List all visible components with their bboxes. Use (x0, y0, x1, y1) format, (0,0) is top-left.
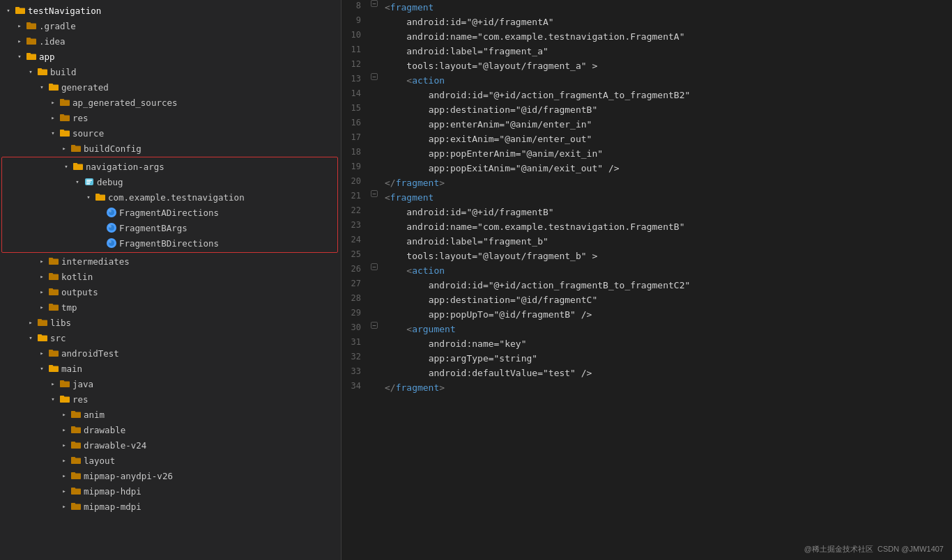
folder-open-icon (59, 394, 70, 405)
code-content: android:id="@+id/action_fragmentA_to_fra… (379, 88, 952, 102)
tree-item-buildConfig[interactable]: ▸ buildConfig (0, 141, 341, 156)
code-line-34: 34</fragment> (341, 380, 952, 395)
tree-item-com.example.testnavigation[interactable]: ▾ com.example.testnavigation (2, 189, 337, 205)
svg-rect-3 (86, 183, 90, 185)
code-content: <action (379, 73, 952, 88)
folder-closed-icon (37, 317, 48, 328)
tree-item-FragmentADirections[interactable]: FragmentADirections (2, 205, 337, 220)
code-content: <action (379, 263, 952, 278)
tree-item-res[interactable]: ▸ res (0, 110, 341, 125)
tree-item-testnavigation[interactable]: ▾ testNavigation (0, 3, 341, 18)
tree-arrow (94, 207, 105, 218)
tree-arrow: ▸ (47, 112, 59, 123)
code-content: app:argType="string" (379, 351, 952, 366)
tree-item-debug[interactable]: ▾ debug (2, 174, 337, 189)
code-line-8: 8<fragment (341, 0, 952, 15)
tree-item-label: .idea (39, 36, 66, 47)
tree-item-kotlin[interactable]: ▸ kotlin (0, 269, 341, 284)
tree-item-mipmap-hdpi[interactable]: ▸ mipmap-hdpi (0, 483, 341, 499)
tree-item-src[interactable]: ▾ src (0, 330, 341, 345)
line-number: 34 (341, 380, 369, 391)
line-number: 30 (341, 322, 369, 332)
tree-arrow: ▾ (72, 176, 83, 187)
folder-closed-icon (70, 409, 82, 420)
code-line-19: 19 app:popExitAnim="@anim/exit_out" /> (341, 161, 952, 176)
tree-item-source[interactable]: ▾ source (0, 125, 341, 141)
tree-item-libs[interactable]: ▸ libs (0, 315, 341, 330)
tree-item-main[interactable]: ▾ main (0, 361, 341, 376)
code-line-12: 12 tools:layout="@layout/fragment_a" > (341, 59, 952, 73)
tree-item-intermediates[interactable]: ▸ intermediates (0, 254, 341, 269)
tree-arrow (94, 238, 105, 249)
tree-item-androidTest[interactable]: ▸ androidTest (0, 345, 341, 361)
tree-item-FragmentBArgs[interactable]: FragmentBArgs (2, 220, 337, 235)
fold-marker[interactable] (371, 73, 378, 80)
tree-arrow (94, 222, 105, 233)
tree-item-label: res (72, 113, 89, 123)
tree-item-label: outputs (61, 287, 98, 297)
code-content: android:defaultValue="test" /> (379, 366, 952, 380)
code-content: android:name="key" (379, 336, 952, 351)
folder-open-icon (48, 363, 59, 374)
tree-item-label: build (50, 67, 77, 77)
tree-item-label: com.example.testnavigation (108, 192, 245, 203)
folder-closed-icon (70, 440, 82, 451)
navigation-args-highlight-box: ▾ navigation-args▾ debug▾ com.example.te… (1, 157, 338, 253)
tree-item-label: layout (84, 456, 115, 466)
tree-item-mipmap-mdpi[interactable]: ▸ mipmap-mdpi (0, 499, 341, 514)
code-content: tools:layout="@layout/fragment_b" > (379, 249, 952, 263)
code-content: app:exitAnim="@anim/enter_out" (379, 132, 952, 146)
code-line-22: 22 android:id="@+id/fragmentB" (341, 205, 952, 219)
tree-item-label: FragmentBDirections (119, 238, 219, 249)
fold-marker[interactable] (371, 190, 378, 197)
tree-item-layout[interactable]: ▸ layout (0, 453, 341, 468)
tree-item-label: .gradle (39, 21, 76, 31)
tree-item-generated[interactable]: ▾ generated (0, 79, 341, 95)
folder-open-icon (15, 5, 26, 16)
code-line-26: 26 <action (341, 263, 952, 278)
line-number: 27 (341, 278, 369, 288)
tree-item-drawable-v24[interactable]: ▸ drawable-v24 (0, 437, 341, 453)
tree-item-tmp[interactable]: ▸ tmp (0, 300, 341, 315)
code-content: android:name="com.example.testnavigation… (379, 219, 952, 234)
code-line-24: 24 android:label="fragment_b" (341, 234, 952, 249)
tree-arrow: ▸ (59, 470, 70, 481)
code-line-23: 23 android:name="com.example.testnavigat… (341, 219, 952, 234)
tree-item-gradle[interactable]: ▸ .gradle (0, 18, 341, 33)
fold-marker[interactable] (371, 0, 378, 7)
line-number: 32 (341, 351, 369, 361)
tree-item-drawable[interactable]: ▸ drawable (0, 422, 341, 437)
tree-item-label: res (72, 394, 89, 405)
tree-item-outputs[interactable]: ▸ outputs (0, 284, 341, 300)
code-content: android:label="fragment_b" (379, 234, 952, 249)
fold-marker[interactable] (371, 263, 378, 270)
tree-item-anim[interactable]: ▸ anim (0, 407, 341, 422)
line-number: 25 (341, 249, 369, 259)
line-number: 18 (341, 146, 369, 157)
folder-open-icon (59, 127, 70, 139)
line-number: 8 (341, 0, 369, 10)
tree-item-app[interactable]: ▾ app (0, 49, 341, 64)
tree-item-label: generated (61, 82, 109, 93)
tree-item-label: androidTest (61, 348, 119, 359)
code-content: </fragment> (379, 176, 952, 190)
fold-marker[interactable] (371, 322, 378, 329)
tree-item-label: buildConfig (84, 143, 141, 154)
tree-item-navigation-args[interactable]: ▾ navigation-args (2, 159, 337, 174)
line-number: 17 (341, 132, 369, 142)
tree-item-build[interactable]: ▾ build (0, 64, 341, 79)
line-number: 11 (341, 44, 369, 54)
tree-item-idea[interactable]: ▸ .idea (0, 33, 341, 49)
tree-item-ap_generated_sources[interactable]: ▸ ap_generated_sources (0, 95, 341, 110)
tree-arrow: ▾ (47, 127, 59, 139)
code-line-14: 14 android:id="@+id/action_fragmentA_to_… (341, 88, 952, 102)
code-line-31: 31 android:name="key" (341, 336, 952, 351)
tree-item-FragmentBDirections[interactable]: FragmentBDirections (2, 235, 337, 251)
tree-item-java[interactable]: ▸ java (0, 376, 341, 391)
tree-arrow: ▾ (61, 161, 72, 172)
tree-item-res2[interactable]: ▾ res (0, 391, 341, 407)
java-file-icon (106, 222, 117, 233)
tree-item-mipmap-anydpi-v26[interactable]: ▸ mipmap-anydpi-v26 (0, 468, 341, 483)
folder-closed-icon (48, 286, 59, 297)
code-content: app:destination="@id/fragmentC" (379, 293, 952, 307)
